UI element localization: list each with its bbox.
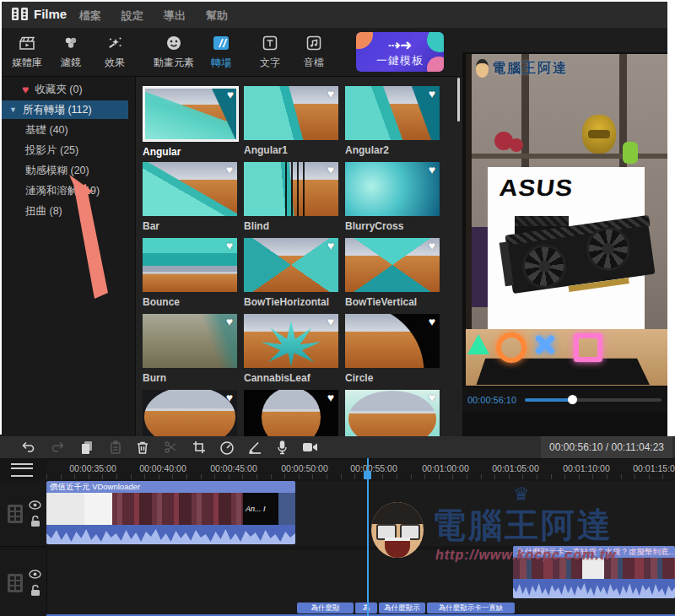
favorite-heart-icon[interactable]: ♥ [327,315,334,328]
favorite-heart-icon[interactable]: ♥ [429,163,435,176]
one-click-template-button[interactable]: ⇢➜ 一鍵模板 [356,32,444,72]
tab-audio[interactable]: 音檔 [304,33,324,70]
edit-button[interactable] [246,439,264,456]
unlock-icon[interactable] [30,585,40,597]
transition-card-angular[interactable]: ♥ Angular [143,86,237,158]
seek-handle[interactable] [568,395,577,404]
transition-card-angular2[interactable]: ♥ Angular2 [345,86,440,156]
sidebar-item-label: 投影片 (25) [25,143,78,158]
transition-card-burn[interactable]: ♥ Burn [143,314,237,384]
ruler-label: 00:01:15:00 [621,463,675,473]
transition-card-angular1[interactable]: ♥ Angular1 [244,86,338,156]
delete-button[interactable] [133,439,152,456]
transition-card-cannabisleaf[interactable]: ♥ CannabisLeaf [244,314,338,384]
favorite-heart-icon[interactable]: ♥ [327,163,334,176]
record-voice-button[interactable] [273,439,291,456]
sidebar-item-favorites[interactable]: ♥ 收藏夾 (0) [2,80,83,99]
track-menu-icon[interactable] [11,463,33,477]
favorite-heart-icon[interactable]: ♥ [226,239,233,252]
playhead-line[interactable] [367,458,369,616]
speed-button[interactable] [218,439,236,456]
seek-bar[interactable] [525,398,662,402]
favorite-heart-icon[interactable]: ♥ [327,87,334,100]
timeline-clip-2[interactable]: 為什麼顯示卡一直缺貨？水貨？虛擬幣到底… [513,546,675,598]
timeline-clip-1[interactable]: 價值近千元 VDownloader An... I [46,481,295,544]
tab-effects[interactable]: 效果 [105,33,125,70]
transition-card-bar[interactable]: ♥ Bar [143,162,237,232]
template-button-label: 一鍵模板 [356,53,444,68]
sidebar-item-basic[interactable]: 基礎 (40) [2,121,68,139]
ps-light-stand [469,351,650,385]
sidebar-item-distortion[interactable]: 扭曲 (8) [2,202,62,220]
sidebar-item-label: 收藏夾 (0) [35,83,82,97]
favorite-heart-icon[interactable]: ♥ [429,239,435,252]
ruler-label: 00:00:55:00 [338,463,409,473]
tab-label: 濾鏡 [61,56,81,70]
menu-settings[interactable]: 設定 [122,8,143,24]
menu-export[interactable]: 導出 [164,8,186,24]
favorite-heart-icon[interactable]: ♥ [327,391,334,404]
tab-filters[interactable]: 濾鏡 [61,33,81,70]
transition-card-bowtiehorizontal[interactable]: ♥ BowTieHorizontal [244,238,338,308]
transition-icon [212,33,230,53]
subtitle-clip-1[interactable]: 為什麼顯 [297,602,354,613]
tab-animated-elements[interactable]: 動畫元素 [154,33,194,70]
crop-button[interactable] [190,439,208,456]
transition-thumbnail: ♥ [345,162,440,216]
favorite-heart-icon[interactable]: ♥ [227,88,234,101]
sidebar-item-all-transitions[interactable]: ▼ 所有轉場 (112) [2,100,128,119]
favorite-heart-icon[interactable]: ♥ [429,315,435,328]
crop-icon [192,440,206,454]
transition-card-blurrycross[interactable]: ♥ BlurryCross [345,162,440,232]
transition-thumbnail: ♥ [143,238,237,292]
tab-media-library[interactable]: 媒體庫 [12,33,42,70]
unlock-icon[interactable] [30,516,40,527]
visibility-eye-icon[interactable] [29,500,41,510]
scissors-icon [164,440,178,454]
transition-card-partial-3[interactable]: ♥ [345,390,440,436]
menubar: Filme 檔案 設定 導出 幫助 [2,2,667,28]
ruler-label: 00:00:40:00 [127,463,198,473]
transition-card-circle[interactable]: ♥ Circle [345,314,440,384]
shelf-item-red [510,138,523,152]
favorite-heart-icon[interactable]: ♥ [226,163,233,176]
audio-waveform [513,579,675,598]
visibility-eye-icon[interactable] [29,570,41,579]
undo-button[interactable] [19,439,37,456]
split-button[interactable] [161,439,180,456]
transition-card-partial-2[interactable]: ♥ [244,390,338,436]
favorite-heart-icon[interactable]: ♥ [429,87,435,100]
filme-app: Filme 檔案 設定 導出 幫助 媒體庫 濾鏡 [0,2,675,616]
paste-button[interactable] [106,439,125,456]
favorite-heart-icon[interactable]: ♥ [226,391,233,404]
sidebar-item-slideshow[interactable]: 投影片 (25) [2,141,78,159]
tab-transitions[interactable]: 轉場 [211,33,231,70]
copy-button[interactable] [78,439,96,456]
preview-timecode: 00:00:56:10 [467,395,516,405]
transition-card-partial-1[interactable]: ♥ [143,390,237,436]
transition-thumbnail: ♥ [244,390,338,436]
subtitle-clip-4[interactable]: 為什麼顯示卡一直缺 [427,602,515,613]
transition-card-blind[interactable]: ♥ Blind [244,162,338,232]
tab-text[interactable]: 文字 [260,33,280,70]
thumb-frame [278,493,295,525]
transition-card-bounce[interactable]: ♥ Bounce [143,238,237,308]
timeline-ruler[interactable]: 00:00:35:00 00:00:40:00 00:00:45:00 00:0… [0,458,675,480]
preview-video[interactable]: ASUS RTX [466,54,667,386]
subtitle-clip-2[interactable]: 為 [355,602,377,613]
favorite-heart-icon[interactable]: ♥ [327,239,334,252]
subtitle-clip-3[interactable]: 為什麼顯示 [379,602,425,613]
favorite-heart-icon[interactable]: ♥ [429,391,435,404]
transition-name: CannabisLeaf [244,372,338,384]
transition-card-bowtievertical[interactable]: ♥ BowTieVertical [345,238,440,308]
favorite-heart-icon[interactable]: ♥ [226,315,233,328]
redo-button[interactable] [49,439,68,456]
oval-shape [348,391,435,436]
clapperboard-icon [18,33,36,53]
playhead-handle[interactable] [364,471,371,479]
filter-dots-icon [62,33,79,53]
menu-file[interactable]: 檔案 [79,8,101,24]
menu-help[interactable]: 幫助 [206,8,228,24]
grid-scrollbar[interactable] [457,78,460,122]
record-screen-button[interactable] [300,439,319,456]
